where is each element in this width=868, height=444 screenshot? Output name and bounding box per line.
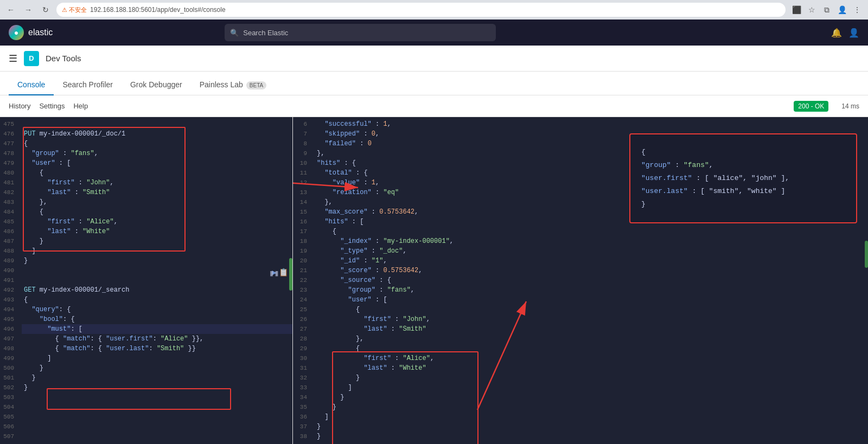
cast-icon[interactable]: ⬛: [790, 3, 803, 16]
popup-box: { "group" : "fans", "user.first" : [ "al…: [629, 133, 857, 223]
elastic-logo-icon: ●: [9, 25, 24, 40]
beta-badge: BETA: [246, 81, 266, 89]
nav-right: 🔔 👤: [831, 28, 859, 38]
tabs-bar: Console Search Profiler Grok Debugger Pa…: [0, 72, 868, 95]
editor-panel[interactable]: 4754764774784794804814824834844854864874…: [0, 117, 293, 444]
pause-icon: ▮▮: [269, 268, 279, 279]
browser-actions: ⬛ ☆ ⧉ 👤 ⋮: [790, 3, 864, 16]
global-search[interactable]: 🔍 Search Elastic: [225, 24, 496, 41]
extension-icon[interactable]: ⧉: [820, 3, 833, 16]
profile-icon[interactable]: 👤: [835, 3, 848, 16]
main-content: 4754764774784794804814824834844854864874…: [0, 117, 868, 444]
response-scrollbar[interactable]: [865, 241, 868, 268]
search-icon: 🔍: [230, 29, 239, 37]
address-bar[interactable]: ⚠ 不安全 192.168.188.180:5601/app/dev_tools…: [56, 3, 786, 17]
copy-icon[interactable]: 📋: [279, 268, 288, 277]
search-placeholder: Search Elastic: [243, 29, 288, 37]
elastic-logo-text: elastic: [28, 28, 53, 37]
refresh-button[interactable]: ↻: [39, 3, 52, 16]
forward-button[interactable]: →: [22, 3, 35, 16]
bookmark-icon[interactable]: ☆: [805, 3, 818, 16]
avatar-icon[interactable]: 👤: [848, 28, 859, 38]
help-button[interactable]: Help: [73, 102, 88, 110]
notifications-icon[interactable]: 🔔: [831, 28, 842, 38]
tab-console[interactable]: Console: [9, 75, 54, 95]
tab-painless-lab[interactable]: Painless LabBETA: [191, 75, 276, 95]
tab-search-profiler[interactable]: Search Profiler: [54, 75, 122, 95]
editor-scrollbar[interactable]: [289, 258, 292, 291]
app-icon: D: [24, 51, 39, 66]
history-button[interactable]: History: [9, 102, 30, 110]
status-badge: 200 - OK: [794, 101, 828, 112]
settings-button[interactable]: Settings: [39, 102, 65, 110]
tab-grok-debugger[interactable]: Grok Debugger: [122, 75, 191, 95]
back-button[interactable]: ←: [4, 3, 17, 16]
app-header: ☰ D Dev Tools: [0, 46, 868, 72]
top-nav: ● elastic 🔍 Search Elastic 🔔 👤: [0, 20, 868, 46]
elastic-logo[interactable]: ● elastic: [9, 25, 53, 40]
url-text: 192.168.188.180:5601/app/dev_tools#/cons…: [90, 6, 226, 14]
line-numbers: 4754764774784794804814824834844854864874…: [0, 117, 22, 444]
response-line-nums: 6789101112131415161718192021222324252627…: [293, 117, 315, 444]
browser-chrome: ← → ↻ ⚠ 不安全 192.168.188.180:5601/app/dev…: [0, 0, 868, 20]
toolbar: History Settings Help 200 - OK 14 ms: [0, 95, 868, 117]
app-title: Dev Tools: [46, 54, 81, 63]
editor-code[interactable]: PUT my-index-000001/_doc/1{ "group" : "f…: [22, 117, 292, 444]
time-badge: 14 ms: [841, 102, 859, 110]
hamburger-menu[interactable]: ☰: [9, 53, 17, 65]
security-warning: ⚠ 不安全: [62, 6, 87, 14]
response-panel[interactable]: 6789101112131415161718192021222324252627…: [293, 117, 868, 444]
menu-icon[interactable]: ⋮: [851, 3, 864, 16]
